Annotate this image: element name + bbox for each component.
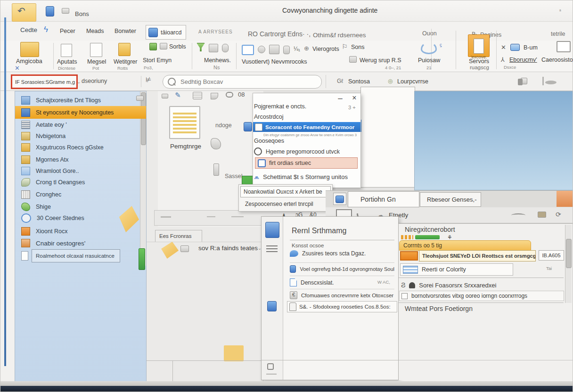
right-scroll-thumb[interactable]: [566, 239, 572, 268]
sidebar-item-12-label: Xioont Rocx: [36, 228, 67, 235]
sidebar-item-10[interactable]: Shige: [16, 201, 145, 212]
folder-row-label[interactable]: sov R:a fainds teates: [198, 245, 258, 252]
bes-format-tab[interactable]: Ees Fcronras: [155, 230, 202, 242]
cut-x-icon[interactable]: ✕: [501, 44, 508, 50]
s-glyph-icon: Ϩ: [401, 281, 405, 289]
strip-list-icon[interactable]: [193, 92, 202, 99]
list-frame-icon[interactable]: [242, 45, 254, 55]
tab-portiohn[interactable]: Portiohn Gn: [348, 191, 419, 207]
pemgtnrge-document-icon[interactable]: [169, 106, 200, 139]
sorbls-table-icon[interactable]: [160, 43, 167, 49]
sassel-label: Sassel: [225, 173, 243, 180]
sons-label[interactable]: Sons: [351, 44, 365, 50]
right-row-2-box[interactable]: Reerti or Colorlty: [400, 263, 513, 276]
sidebar-item-4[interactable]: Nvbigetona: [16, 131, 145, 142]
table2-icon[interactable]: [269, 45, 279, 54]
email-icon[interactable]: [62, 8, 69, 14]
wetitgrer-icon[interactable]: [118, 43, 131, 56]
file-tab[interactable]: Cedte: [20, 26, 37, 33]
eborucmv-funnel-icon[interactable]: ⅄: [501, 56, 508, 63]
megsel-icon[interactable]: [90, 43, 102, 57]
servors-icon[interactable]: [468, 34, 490, 57]
popup-row-hgeme[interactable]: Hgeme pregomorcood utvck: [254, 147, 360, 155]
menhews-clip-icon[interactable]: [222, 44, 229, 52]
printer-icon[interactable]: [265, 222, 279, 238]
pane-corner-icon-1[interactable]: [518, 79, 523, 85]
checkbox-icon[interactable]: [401, 293, 408, 299]
popup-minimize-button[interactable]: –: [336, 94, 344, 102]
puiosaw-tiny: 21: [426, 65, 432, 70]
sidebar-item-14-box[interactable]: Roalmehoot olcaxal rrasuicatnce: [32, 249, 120, 262]
tab-row-blue-icon[interactable]: [333, 193, 346, 205]
flag-corner-icon[interactable]: ⊭: [146, 76, 153, 84]
link-icon[interactable]: [258, 46, 265, 53]
strip-glasses-icon[interactable]: [226, 92, 233, 98]
sidebar-item-2[interactable]: St eynocssrit ey Noocengutes: [16, 107, 145, 118]
werug-grid-icon[interactable]: [349, 56, 357, 63]
folder-checkbox-icon[interactable]: [180, 245, 189, 252]
filter-box-highlight[interactable]: IF Sorasoies:SGrame m,g ⌄: [11, 74, 78, 89]
file-tab-flash-icon: ϟ: [44, 25, 50, 34]
popup-row-gooseqoes[interactable]: Gooseqoes: [254, 138, 360, 144]
ribbon-tab-active[interactable]: tāioarcd: [146, 25, 186, 40]
sidebar-item-8[interactable]: Crong tl Oeangses: [16, 177, 145, 188]
strip-pencil-icon[interactable]: ✎: [175, 91, 183, 99]
refresh-icon[interactable]: ⟳: [556, 211, 564, 218]
dropdown-option-1[interactable]: Noankowtial Ouxcst x Arkert be: [240, 186, 331, 197]
sidebar-item-7[interactable]: Wramloot Gore..: [16, 165, 145, 177]
printer-small-icon[interactable]: [267, 301, 277, 311]
ribbon-tab-pecer[interactable]: Pecer: [60, 28, 75, 34]
sidebar-item-1[interactable]: Schajtxoresite Dnt Tliogs: [16, 95, 145, 106]
menhews-grid-icon[interactable]: [209, 44, 218, 52]
right-row-4-box[interactable]: bornotvorsrotes vitxg ooreo iorngn coorx…: [399, 291, 564, 301]
dialog-row-2[interactable]: Voel ogrrefvg bhd-1d ogvrongrnotay Soul: [290, 265, 394, 273]
save-window-icon[interactable]: [46, 6, 54, 16]
dropdown-option-2[interactable]: Zespoocenseo erterl tnrcpil: [240, 198, 331, 210]
strip-box-icon[interactable]: [162, 94, 168, 98]
menu-lines-icon[interactable]: [266, 245, 278, 252]
sontosa-button[interactable]: Sontosa: [348, 78, 370, 85]
picture-icon[interactable]: [510, 44, 520, 51]
dialog-row-5-box[interactable]: S&. - Sfodolxxeg rooseties Cos.8.5os:: [287, 301, 397, 312]
sidebar-item-13[interactable]: Cnabir oestogres': [16, 237, 145, 249]
sidebar-item-9[interactable]: Cronghec: [16, 189, 145, 200]
sidebar-item-6[interactable]: Mgornes Atx: [16, 154, 145, 165]
dialog-row-1[interactable]: Zsusires teors scta Dgaz.: [290, 250, 394, 257]
sidebar-item-3[interactable]: Aetate eoy ': [16, 119, 145, 131]
popup-selected-row[interactable]: Scoracont oto Feamedny Cnrmoor: [253, 122, 360, 132]
orange-group-tab[interactable]: Corrnts oo 5 tig: [399, 240, 531, 251]
ribbon-tab-meads[interactable]: Meads: [86, 28, 104, 34]
folder-small-icon[interactable]: [538, 212, 546, 218]
reading-pane-margin: [360, 87, 415, 188]
undo-icon[interactable]: ↶: [17, 7, 28, 16]
search-bar[interactable]: [163, 75, 322, 89]
toolbar-right-icon-2[interactable]: [542, 77, 544, 85]
popup-close-button[interactable]: ×: [350, 94, 359, 102]
popup-pink-box[interactable]: firt ordias srtuec: [255, 157, 358, 169]
aputats-icon[interactable]: [61, 44, 72, 57]
dialog-row-4[interactable]: € Cfomuawes oncrevrnrre ketx Otoxcser: [290, 291, 394, 299]
lourpcvrrse-button[interactable]: Lourpcvrrse: [397, 78, 428, 85]
popup-row-1[interactable]: Pojgrernkat e oncts.: [254, 103, 360, 110]
right-panel-scrollbar[interactable]: [565, 225, 572, 303]
right-row-1-box[interactable]: Tleohsjuot SNEYeD LOi Reottscs est orsmg…: [419, 250, 536, 261]
sidebar-item-11-label: 30 Coeer Stednes: [37, 215, 84, 221]
popup-row-2[interactable]: Arcostrdcoj: [254, 114, 360, 120]
pane-corner-icon-2[interactable]: [545, 81, 557, 84]
vierogrots-label[interactable]: Vierogrots: [312, 46, 339, 52]
right-row-1-valuebox[interactable]: IB.A605: [539, 250, 564, 261]
right-row-3[interactable]: Ϩ Sorei Foasorsrx Srxxaredxei: [401, 279, 561, 291]
phone-icon[interactable]: [283, 46, 290, 54]
sidebar-item-5[interactable]: Xsgutrucos Roecs gGslxe: [16, 142, 145, 153]
storl-funnel-icon[interactable]: [149, 43, 157, 50]
tetrile-monitor-icon[interactable]: [557, 41, 571, 52]
puiosaw-swoosh-icon[interactable]: [421, 42, 437, 54]
search-input[interactable]: [180, 78, 304, 86]
amgicoba-icon[interactable]: [20, 42, 39, 57]
tab-rbeseor[interactable]: Rbeseor Genses,-: [420, 192, 481, 207]
popup-row-schettimat[interactable]: ⩕ Schettimat $t s Stornwrg unitos: [254, 173, 360, 181]
right-row-1-iconbox[interactable]: [400, 251, 418, 261]
ribbon-tab-bonwter[interactable]: Bonwter: [115, 28, 136, 34]
ndoge-label: ndoge: [215, 122, 232, 129]
x-chart-icon[interactable]: ✕: [15, 65, 22, 71]
